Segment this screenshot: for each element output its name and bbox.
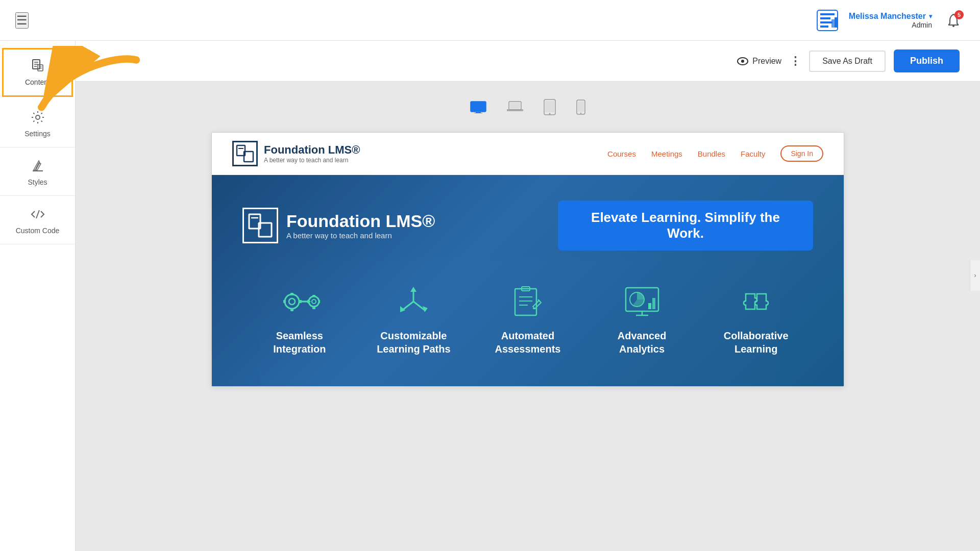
nav-meetings[interactable]: Meetings	[651, 149, 682, 158]
feature-customizable-learning: CustomizableLearning Paths	[357, 281, 471, 356]
svg-point-66	[630, 292, 644, 307]
svg-point-19	[741, 60, 744, 63]
svg-rect-6	[835, 17, 838, 28]
publish-button[interactable]: Publish	[894, 49, 960, 72]
hero-logo-text: Foundation LMS® A better way to teach an…	[286, 211, 435, 240]
nav-courses[interactable]: Courses	[607, 149, 636, 158]
automated-assessments-icon	[507, 281, 548, 322]
svg-rect-3	[820, 21, 832, 23]
svg-rect-67	[648, 303, 651, 309]
svg-point-45	[312, 299, 316, 304]
more-options-button[interactable]: ⋮	[790, 56, 801, 67]
svg-rect-30	[578, 102, 584, 112]
hero-logo: Foundation LMS® A better way to teach an…	[242, 208, 435, 243]
svg-rect-42	[283, 300, 286, 303]
content-area: Preview ⋮ Save As Draft Publish	[76, 41, 980, 551]
customizable-learning-icon	[393, 281, 434, 322]
svg-point-38	[285, 294, 299, 309]
device-mobile-button[interactable]	[571, 96, 591, 120]
save-draft-button[interactable]: Save As Draft	[809, 51, 886, 72]
device-laptop-button[interactable]	[502, 96, 528, 120]
svg-rect-21	[472, 103, 485, 110]
settings-label: Settings	[24, 130, 51, 138]
feature-automated-assessments: AutomatedAssessments	[471, 281, 585, 356]
user-role: Admin	[912, 21, 932, 29]
svg-rect-68	[652, 298, 655, 309]
user-name: Melissa Manchester ▾	[849, 12, 932, 21]
svg-marker-51	[308, 299, 311, 304]
svg-rect-59	[522, 287, 530, 291]
svg-marker-53	[410, 287, 416, 292]
svg-point-7	[952, 25, 954, 27]
sidebar-item-styles[interactable]: Styles	[0, 149, 75, 196]
svg-marker-55	[400, 306, 405, 312]
svg-line-17	[36, 210, 39, 218]
feature-advanced-analytics: AdvancedAnalytics	[585, 281, 699, 356]
device-desktop-button[interactable]	[465, 96, 492, 120]
left-sidebar: Content Settings Styles	[0, 41, 76, 551]
device-selector	[455, 92, 601, 124]
feature-seamless-integration: SeamlessIntegration	[242, 281, 357, 356]
feature-collaborative-learning: CollaborativeLearning	[699, 281, 813, 356]
customizable-learning-label: CustomizableLearning Paths	[377, 329, 450, 356]
svg-rect-37	[259, 223, 272, 237]
svg-line-54	[402, 302, 413, 310]
seamless-integration-label: SeamlessIntegration	[273, 329, 326, 356]
app-logo-icon	[816, 9, 839, 32]
advanced-analytics-label: AdvancedAnalytics	[618, 329, 667, 356]
user-info[interactable]: Melissa Manchester ▾ Admin	[849, 12, 932, 29]
svg-rect-35	[249, 214, 260, 229]
eye-icon	[737, 57, 748, 65]
website-frame: Foundation LMS® A better way to teach an…	[211, 132, 844, 387]
preview-canvas: Foundation LMS® A better way to teach an…	[76, 82, 980, 551]
custom-code-label: Custom Code	[16, 227, 60, 235]
nav-faculty[interactable]: Faculty	[741, 149, 765, 158]
features-row: SeamlessIntegration	[242, 276, 813, 361]
notification-badge: 5	[954, 10, 964, 19]
collaborative-learning-icon	[736, 281, 776, 322]
website-nav: Foundation LMS® A better way to teach an…	[212, 133, 844, 175]
settings-icon	[31, 110, 45, 127]
styles-icon	[31, 159, 45, 175]
notification-button[interactable]: 5	[942, 9, 965, 32]
device-tablet-button[interactable]	[538, 96, 561, 120]
svg-line-56	[413, 302, 425, 310]
website-logo: Foundation LMS® A better way to teach an…	[232, 141, 360, 166]
content-label: Content	[25, 78, 50, 86]
svg-rect-47	[312, 307, 315, 309]
custom-code-icon	[31, 207, 45, 223]
hero-tagline: Elevate Learning. Simplify the Work.	[558, 201, 813, 251]
svg-point-44	[309, 296, 319, 307]
svg-rect-2	[820, 17, 830, 19]
svg-rect-46	[312, 295, 315, 297]
svg-rect-41	[290, 309, 293, 311]
hamburger-button[interactable]: ☰	[15, 12, 29, 29]
svg-rect-25	[510, 103, 520, 109]
svg-rect-40	[290, 293, 293, 295]
svg-rect-48	[307, 300, 309, 303]
advanced-analytics-icon	[622, 281, 663, 322]
main-layout: Content Settings Styles	[0, 41, 980, 551]
svg-rect-49	[318, 300, 320, 303]
svg-rect-1	[820, 13, 835, 15]
svg-rect-27	[545, 101, 554, 112]
content-icon	[31, 59, 45, 75]
nav-bundles[interactable]: Bundles	[698, 149, 725, 158]
hero-logo-box	[242, 208, 278, 243]
svg-point-31	[580, 113, 581, 114]
sidebar-item-custom-code[interactable]: Custom Code	[0, 198, 75, 244]
svg-rect-65	[626, 288, 658, 311]
sidebar-item-settings[interactable]: Settings	[0, 101, 75, 147]
svg-point-15	[36, 115, 40, 119]
sidebar-expand-handle[interactable]: ›	[970, 260, 980, 291]
automated-assessments-label: AutomatedAssessments	[495, 329, 561, 356]
preview-button[interactable]: Preview	[737, 57, 781, 66]
toolbar: Preview ⋮ Save As Draft Publish	[76, 41, 980, 82]
nav-sign-in-button[interactable]: Sign In	[780, 145, 823, 162]
website-nav-links: Courses Meetings Bundles Faculty Sign In	[607, 145, 823, 162]
hero-top: Foundation LMS® A better way to teach an…	[242, 201, 813, 251]
svg-marker-57	[423, 306, 428, 312]
svg-point-39	[289, 298, 295, 305]
svg-point-28	[549, 113, 551, 115]
sidebar-item-content[interactable]: Content	[2, 48, 73, 97]
